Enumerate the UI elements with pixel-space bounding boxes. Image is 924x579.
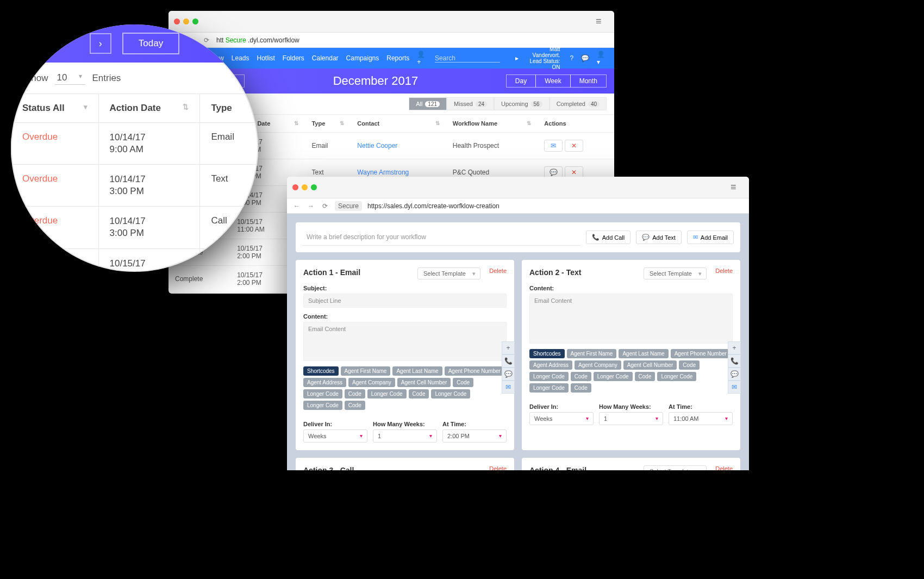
phone-icon[interactable]: 📞	[502, 354, 515, 368]
weeks-select[interactable]: 1	[373, 429, 437, 443]
shortcode-chip[interactable]: Agent First Name	[567, 349, 617, 358]
shortcode-chip[interactable]: Code	[409, 389, 429, 399]
time-select[interactable]: 11:00 AM	[669, 412, 733, 425]
add-icon[interactable]: +	[502, 341, 515, 354]
shortcode-chip[interactable]: Agent First Name	[341, 366, 391, 376]
shortcode-chip[interactable]: Code	[571, 383, 591, 393]
shortcode-chip[interactable]: Longer Code	[594, 372, 633, 381]
minimize-dot[interactable]	[183, 18, 189, 24]
col-header[interactable]: Contact⇅	[351, 115, 446, 133]
deliver-select[interactable]: Weeks	[303, 429, 367, 443]
segment-month[interactable]: Month	[570, 74, 607, 88]
user-menu-icon[interactable]: 👤▾	[597, 51, 607, 66]
shortcode-chip[interactable]: Longer Code	[303, 401, 342, 410]
add-icon[interactable]: +	[728, 341, 741, 354]
col-header[interactable]: Workflow Name⇅	[446, 115, 538, 133]
content-input[interactable]: Email Content	[303, 322, 507, 361]
contact-link[interactable]: Wayne Armstrong	[357, 169, 409, 176]
shortcode-chip[interactable]: Longer Code	[657, 372, 696, 381]
shortcode-chip[interactable]: Agent Address	[529, 360, 572, 370]
description-input[interactable]: Write a brief description for your workf…	[302, 229, 580, 246]
shortcode-chip[interactable]: Longer Code	[367, 389, 407, 399]
delete-action-button[interactable]: ✕	[565, 140, 583, 152]
user-block[interactable]: Matt Vandervort. Lead Status: ON	[526, 46, 560, 70]
shortcode-chip[interactable]: Agent Phone Number	[445, 366, 504, 376]
chat-icon[interactable]: 💬	[581, 54, 589, 62]
shortcode-chip[interactable]: Code	[571, 372, 591, 381]
shortcodes-chip[interactable]: Shortcodes	[529, 349, 565, 358]
shortcode-chip[interactable]: Longer Code	[303, 389, 342, 399]
col-header[interactable]: Type⇅	[305, 115, 351, 133]
add-call-button[interactable]: 📞Add Call	[586, 231, 631, 244]
shortcode-chip[interactable]: Code	[345, 389, 365, 399]
mag-col-header[interactable]: Status All▾	[11, 94, 99, 123]
shortcode-chip[interactable]: Code	[635, 372, 655, 381]
deliver-select[interactable]: Weeks	[529, 412, 594, 425]
nav-item[interactable]: Reports	[386, 54, 409, 62]
shortcode-chip[interactable]: Agent Last Name	[619, 349, 668, 358]
shortcode-chip[interactable]: Longer Code	[529, 383, 569, 393]
subject-input[interactable]: Subject Line	[303, 294, 507, 308]
shortcode-chip[interactable]: Code	[679, 360, 700, 370]
weeks-select[interactable]: 1	[599, 412, 663, 425]
search-input[interactable]	[435, 54, 500, 63]
template-select[interactable]: Select Template	[644, 267, 707, 279]
template-select[interactable]: Select Template	[644, 465, 707, 470]
zoom-dot[interactable]	[192, 18, 198, 24]
add-email-button[interactable]: ✉Add Email	[687, 231, 734, 244]
close-dot[interactable]	[174, 18, 180, 24]
mag-col-header[interactable]: Action Date⇅	[98, 94, 200, 123]
content-input[interactable]: Email Content	[529, 294, 733, 344]
delete-button[interactable]: Delete	[489, 465, 507, 470]
filter-upcoming[interactable]: Upcoming56	[494, 97, 550, 110]
filter-all[interactable]: All121	[409, 97, 447, 110]
filter-completed[interactable]: Completed40	[550, 97, 607, 110]
nav-item[interactable]: Calendar	[312, 54, 339, 62]
nav-item[interactable]: Hotlist	[257, 54, 275, 62]
shortcode-chip[interactable]: Longer Code	[529, 372, 569, 381]
time-select[interactable]: 2:00 PM	[442, 429, 507, 443]
shortcode-chip[interactable]: Code	[345, 401, 365, 410]
mag-today-button[interactable]: Today	[122, 33, 179, 54]
col-header[interactable]: Actions	[538, 115, 614, 133]
mail-icon[interactable]: ✉	[728, 381, 741, 394]
delete-button[interactable]: Delete	[489, 267, 507, 274]
mag-next-icon[interactable]: ›	[90, 33, 111, 54]
shortcode-chip[interactable]: Agent Company	[575, 360, 621, 370]
delete-button[interactable]: Delete	[715, 267, 733, 274]
shortcode-chip[interactable]: Agent Cell Number	[623, 360, 677, 370]
add-user-icon[interactable]: 👤+	[417, 51, 427, 66]
zoom-dot[interactable]	[311, 184, 317, 190]
shortcode-chip[interactable]: Longer Code	[431, 389, 470, 399]
chat-icon[interactable]: 💬	[502, 368, 515, 381]
shortcode-chip[interactable]: Agent Last Name	[392, 366, 442, 376]
shortcode-chip[interactable]: Code	[453, 378, 473, 387]
shortcode-chip[interactable]: Agent Cell Number	[397, 378, 451, 387]
shortcode-chip[interactable]: Agent Company	[348, 378, 395, 387]
add-text-button[interactable]: 💬Add Text	[636, 231, 682, 244]
phone-icon[interactable]: 📞	[728, 354, 741, 368]
reload-icon[interactable]: ⟳	[202, 36, 211, 44]
play-icon[interactable]: ▸	[515, 54, 519, 62]
page-size-select[interactable]: 10	[55, 71, 86, 85]
mail-icon[interactable]: ✉	[502, 381, 515, 394]
back-icon[interactable]: ←	[292, 202, 301, 210]
segment-day[interactable]: Day	[506, 74, 536, 88]
forward-icon[interactable]: →	[307, 202, 315, 210]
shortcode-chip[interactable]: Agent Phone Number	[671, 349, 731, 358]
mail-action-button[interactable]: ✉	[544, 140, 563, 152]
shortcode-chip[interactable]: Agent Address	[303, 378, 346, 387]
filter-missed[interactable]: Missed24	[447, 97, 494, 110]
template-select[interactable]: Select Template	[417, 267, 480, 279]
hamburger-icon[interactable]: ≡	[731, 182, 744, 193]
shortcodes-chip[interactable]: Shortcodes	[303, 366, 339, 376]
delete-button[interactable]: Delete	[715, 465, 733, 470]
nav-item[interactable]: Campaigns	[346, 54, 379, 62]
close-dot[interactable]	[292, 184, 298, 190]
help-icon[interactable]: ?	[570, 54, 574, 62]
minimize-dot[interactable]	[302, 184, 308, 190]
chat-icon[interactable]: 💬	[728, 368, 741, 381]
contact-link[interactable]: Nettie Cooper	[357, 142, 397, 150]
segment-week[interactable]: Week	[535, 74, 570, 88]
nav-item[interactable]: Folders	[283, 54, 304, 62]
